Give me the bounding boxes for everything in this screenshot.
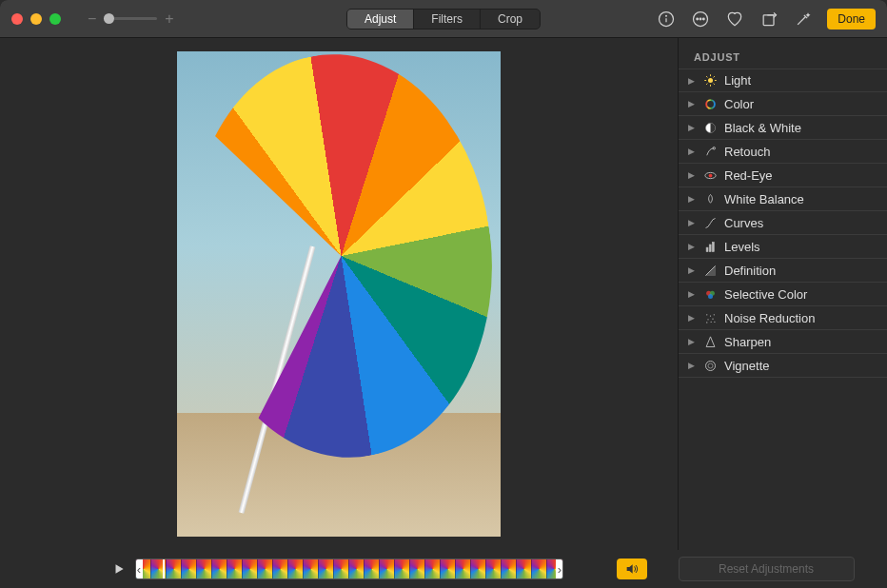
chevron-right-icon: ▶ [688,218,697,227]
reset-label: Reset Adjustments [719,562,814,576]
adjust-item-definition[interactable]: ▶Definition [679,259,887,283]
favorite-icon[interactable] [724,9,745,29]
zoom-slider[interactable]: − + [88,10,174,28]
adjust-item-label: Retouch [724,145,770,159]
chevron-right-icon: ▶ [688,170,697,180]
color-icon [703,97,718,111]
svg-point-28 [706,314,707,315]
photo-canvas[interactable] [0,38,678,550]
tab-crop[interactable]: Crop [481,10,540,29]
minimize-window-button[interactable] [30,13,42,25]
adjust-item-light[interactable]: ▶Light [679,69,887,92]
chevron-right-icon: ▶ [688,194,697,204]
close-window-button[interactable] [11,13,23,25]
retouch-icon [703,145,718,159]
adjustments-list: ▶Light▶Color▶Black & White▶Retouch▶Red-E… [679,69,887,550]
content-area: ADJUST ▶Light▶Color▶Black & White▶Retouc… [0,38,887,550]
adjust-item-levels[interactable]: ▶Levels [679,235,887,259]
curves-icon [703,216,718,230]
audio-toggle-button[interactable] [617,559,647,579]
selective-icon [703,287,718,302]
done-button[interactable]: Done [827,9,876,29]
adjust-item-bw[interactable]: ▶Black & White [679,116,887,140]
chevron-right-icon: ▶ [688,313,697,323]
adjust-item-redeye[interactable]: ▶Red-Eye [679,164,887,187]
video-controls: ‹ › [11,559,666,579]
zoom-track[interactable] [104,17,157,20]
playhead[interactable] [163,559,165,579]
tab-adjust[interactable]: Adjust [347,10,414,29]
adjust-item-color[interactable]: ▶Color [679,92,887,116]
rotate-icon[interactable] [759,9,779,29]
svg-point-35 [714,321,715,322]
svg-point-33 [706,322,707,323]
adjust-item-curves[interactable]: ▶Curves [679,211,887,235]
adjust-item-label: Sharpen [724,335,771,349]
toolbar-right: Done [656,9,876,29]
zoom-out-icon: − [88,10,96,28]
reset-area: Reset Adjustments [666,557,876,581]
tab-label: Filters [431,12,463,26]
adjust-item-label: White Balance [724,192,804,206]
adjust-item-label: Noise Reduction [724,311,815,325]
vignette-icon [703,359,718,373]
fullscreen-window-button[interactable] [49,13,61,25]
chevron-right-icon: ▶ [688,99,697,108]
definition-icon [703,264,718,278]
svg-point-6 [703,18,705,20]
svg-point-34 [711,321,712,322]
tab-label: Crop [498,12,522,26]
svg-point-8 [708,78,713,83]
trim-start-handle[interactable]: ‹ [135,559,143,579]
done-label: Done [838,12,865,26]
adjust-item-selective[interactable]: ▶Selective Color [679,283,887,306]
chevron-right-icon: ▶ [688,123,697,132]
adjust-item-label: Levels [724,240,760,254]
titlebar: − + Adjust Filters Crop Done [0,0,887,38]
svg-line-13 [706,76,707,77]
wb-icon [703,192,718,206]
adjust-item-label: Curves [724,216,763,230]
sharpen-icon [703,335,718,349]
svg-point-36 [706,361,716,370]
adjust-item-noise[interactable]: ▶Noise Reduction [679,306,887,330]
svg-rect-22 [706,247,708,251]
adjust-item-label: Selective Color [724,287,807,302]
redeye-icon [703,168,718,183]
adjust-sidebar: ADJUST ▶Light▶Color▶Black & White▶Retouc… [678,38,887,550]
auto-enhance-icon[interactable] [793,9,814,29]
adjust-item-label: Vignette [724,359,769,373]
info-icon[interactable] [656,9,677,29]
svg-point-29 [710,315,711,316]
bottom-bar: ‹ › Reset Adjustments [0,550,887,588]
svg-point-21 [709,173,713,177]
adjust-item-wb[interactable]: ▶White Balance [679,187,887,211]
play-button[interactable] [108,559,129,579]
reset-adjustments-button[interactable]: Reset Adjustments [679,557,855,581]
svg-rect-23 [709,245,711,252]
bw-icon [703,121,718,135]
filmstrip-scrubber[interactable]: ‹ › [135,559,563,579]
svg-point-2 [666,15,667,16]
adjust-item-vignette[interactable]: ▶Vignette [679,354,887,378]
chevron-right-icon: ▶ [688,242,697,251]
more-icon[interactable] [690,9,711,29]
adjust-item-sharpen[interactable]: ▶Sharpen [679,330,887,354]
svg-line-14 [714,84,715,85]
chevron-right-icon: ▶ [688,76,697,86]
svg-line-16 [706,84,707,85]
adjust-item-label: Black & White [724,121,801,135]
tab-filters[interactable]: Filters [414,10,481,29]
zoom-knob[interactable] [104,13,114,24]
svg-point-32 [712,318,713,319]
svg-point-17 [706,100,715,108]
light-icon [703,73,718,88]
adjust-item-label: Light [724,73,751,88]
trim-end-handle[interactable]: › [556,559,563,579]
svg-point-31 [707,319,708,320]
svg-point-4 [697,18,699,20]
adjust-item-retouch[interactable]: ▶Retouch [679,140,887,164]
chevron-right-icon: ▶ [688,147,697,156]
svg-rect-7 [763,14,774,25]
tab-label: Adjust [365,12,396,26]
